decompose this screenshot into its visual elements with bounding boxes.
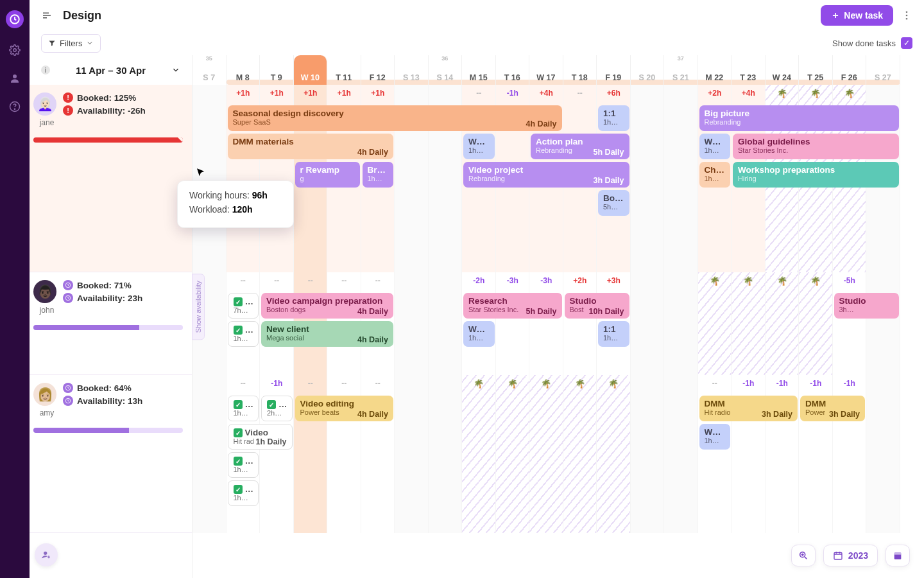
day-T-25[interactable]: T 25 — [799, 55, 833, 85]
delta-cell: 🌴 — [799, 89, 833, 98]
svg-point-6 — [906, 15, 908, 17]
cursor-icon — [195, 167, 207, 179]
task-bar[interactable]: ✓We1h… — [228, 321, 259, 347]
delta-cell: 🌴 — [563, 379, 597, 389]
task-bar[interactable]: Action planRebranding5h Daily — [531, 134, 629, 159]
task-bar[interactable]: 1:11h… — [598, 321, 629, 347]
task-bar[interactable]: DMMHit radio3h Daily — [699, 396, 798, 421]
day-T-18[interactable]: T 18 — [563, 55, 597, 85]
task-bar[interactable]: Big pictureRebranding — [699, 105, 899, 131]
task-bar[interactable]: Week1h… — [699, 424, 731, 450]
delta-cell: -- — [327, 379, 361, 388]
kebab-icon[interactable] — [901, 10, 912, 21]
svg-point-12 — [44, 552, 47, 555]
done-check-icon: ✓ — [234, 326, 243, 335]
day-M-15[interactable]: M 15 — [462, 55, 496, 85]
today-button[interactable] — [886, 545, 910, 566]
task-bar[interactable]: r Revampg — [295, 162, 360, 188]
svg-point-2 — [13, 74, 17, 78]
task-bar[interactable]: Studio3h… — [834, 293, 899, 319]
day-T-23[interactable]: T 23 — [732, 55, 766, 85]
delta-cell: -1h — [732, 379, 766, 388]
task-bar[interactable]: ✓PR1h… — [228, 480, 259, 506]
timeline[interactable]: 35S 7M 8T 9W 10T 11F 12S 1336S 14M 15T 1… — [193, 55, 924, 578]
zoom-button[interactable] — [791, 545, 816, 566]
settings-icon[interactable] — [8, 44, 21, 57]
task-bar[interactable]: ✓We1h… — [228, 396, 259, 421]
delta-cell: -1h — [260, 379, 294, 388]
menu-icon[interactable] — [41, 10, 53, 21]
task-bar[interactable]: ✓Pla7h… — [228, 293, 259, 319]
task-bar[interactable]: Video campaign preparationBoston dogs4h … — [261, 293, 393, 319]
day-T-9[interactable]: T 9 — [260, 55, 294, 85]
footer-controls: 2023 — [791, 545, 910, 566]
delta-cell: 🌴 — [597, 379, 631, 389]
help-icon[interactable] — [8, 100, 21, 113]
svg-point-5 — [906, 11, 908, 13]
task-bar[interactable]: StudioBost10h Daily — [565, 293, 629, 319]
day-M-8[interactable]: M 8 — [227, 55, 261, 85]
year-button[interactable]: 2023 — [823, 545, 878, 566]
day-T-16[interactable]: T 16 — [496, 55, 530, 85]
task-bar[interactable]: Week1h… — [463, 321, 495, 347]
done-check-icon: ✓ — [234, 428, 243, 437]
task-bar[interactable]: New clientMega social4h Daily — [261, 321, 393, 347]
page-title: Design — [63, 9, 101, 22]
day-S-14[interactable]: 36S 14 — [429, 55, 463, 85]
new-task-button[interactable]: New task — [821, 5, 893, 26]
day-S-21[interactable]: 37S 21 — [664, 55, 698, 85]
filters-button[interactable]: Filters — [41, 34, 101, 53]
day-S-20[interactable]: S 20 — [631, 55, 665, 85]
delta-cell: -- — [227, 276, 261, 285]
task-bar[interactable]: Video projectRebranding3h Daily — [463, 162, 629, 188]
task-bar[interactable]: ResearchStar Stories Inc.5h Daily — [463, 293, 562, 319]
delta-cell: 🌴 — [799, 276, 833, 286]
task-bar[interactable]: Week1h… — [463, 134, 495, 159]
delta-cell: -- — [698, 379, 732, 388]
people-icon[interactable] — [8, 72, 21, 85]
day-M-22[interactable]: M 22 — [698, 55, 732, 85]
day-F-26[interactable]: F 26 — [833, 55, 867, 85]
task-bar[interactable]: DMMPower3h Daily — [800, 396, 865, 421]
task-bar[interactable]: ✓Pla2h… — [261, 396, 293, 421]
main: i 11 Apr – 30 Apr 👩🏻‍🦳jane!Booked: 125%!… — [30, 55, 924, 578]
task-bar[interactable]: Check1h… — [699, 162, 731, 188]
day-S-27[interactable]: S 27 — [866, 55, 900, 85]
task-bar[interactable]: Global guidelinesStar Stories Inc. — [733, 134, 899, 159]
day-T-11[interactable]: T 11 — [327, 55, 361, 85]
done-check-icon: ✓ — [267, 400, 276, 409]
person-name: john — [40, 306, 55, 315]
delta-cell: +2h — [563, 276, 597, 285]
delta-cell: -3h — [496, 276, 530, 285]
day-W-17[interactable]: W 17 — [529, 55, 563, 85]
show-availability-tab[interactable]: Show availability — [192, 274, 205, 340]
day-S-7[interactable]: 35S 7 — [193, 55, 227, 85]
task-bar[interactable]: Week1h… — [699, 134, 731, 159]
delta-cell: -2h — [462, 276, 496, 285]
person-jane[interactable]: 👩🏻‍🦳jane!Booked: 125%!Availability: -26h — [30, 85, 192, 272]
checkbox-checked-icon: ✓ — [901, 37, 912, 49]
capacity-bar — [33, 325, 183, 330]
show-done-toggle[interactable]: Show done tasks ✓ — [832, 37, 912, 49]
task-bar[interactable]: DMM materials4h Daily — [228, 134, 394, 159]
person-amy[interactable]: 👩🏼amyBooked: 64%Availability: 13h — [30, 375, 192, 533]
task-bar[interactable]: Video editingPower beats4h Daily — [295, 396, 394, 421]
day-W-10[interactable]: W 10 — [294, 55, 328, 85]
task-bar[interactable]: Workshop preparationsHiring — [733, 162, 899, 188]
person-john[interactable]: 👨🏿johnBooked: 71%Availability: 23h — [30, 272, 192, 375]
date-range-selector[interactable]: i 11 Apr – 30 Apr — [30, 55, 192, 85]
day-S-13[interactable]: S 13 — [395, 55, 429, 85]
task-bar[interactable]: Brain1h… — [363, 162, 394, 188]
day-F-19[interactable]: F 19 — [597, 55, 631, 85]
day-F-12[interactable]: F 12 — [361, 55, 395, 85]
delta-cell: 🌴 — [833, 89, 867, 98]
app-logo[interactable] — [6, 10, 24, 28]
day-W-24[interactable]: W 24 — [766, 55, 800, 85]
task-bar[interactable]: ✓1:11h… — [228, 452, 259, 478]
delta-cell: -- — [227, 379, 261, 388]
task-bar[interactable]: Seasonal design discoverySuper SaaS4h Da… — [228, 105, 562, 131]
task-bar[interactable]: Board5h… — [598, 190, 629, 216]
task-bar[interactable]: ✓VideoHit rad1h Daily — [228, 424, 293, 450]
task-bar[interactable]: 1:11h… — [598, 105, 629, 131]
add-person-button[interactable] — [35, 543, 58, 566]
